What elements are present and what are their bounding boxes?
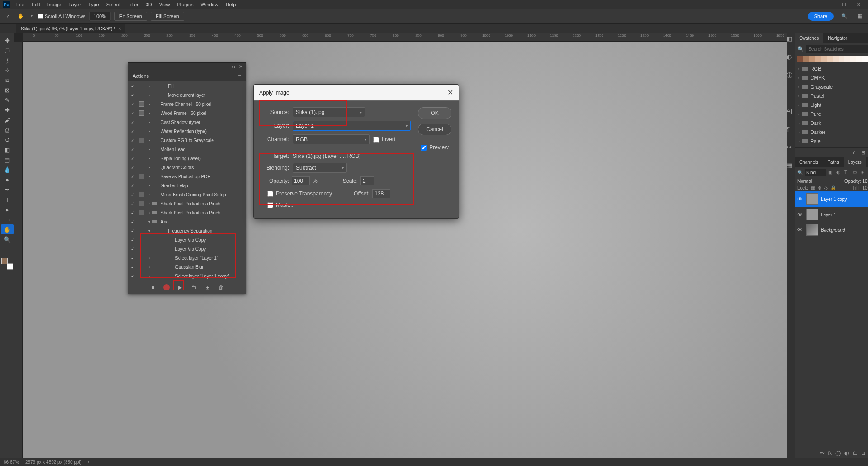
marquee-tool[interactable]: ▢ [1,45,14,55]
action-expand-icon[interactable]: › [146,138,152,143]
action-toggle[interactable]: ✓ [128,138,137,143]
channel-select[interactable]: RGB▾ [293,134,370,144]
action-toggle[interactable]: ✓ [128,84,137,89]
action-row[interactable]: ✓›Molten Lead [128,145,246,154]
swatch-color[interactable] [827,56,833,62]
new-folder-icon[interactable]: 🗀 [853,150,858,156]
blur-tool[interactable]: 💧 [1,165,14,175]
path-select-tool[interactable]: ▸ [1,204,14,214]
lock-pixels-icon[interactable]: ▦ [811,185,815,190]
adjustment-layer-icon[interactable]: ◐ [844,450,849,456]
action-expand-icon[interactable]: › [146,120,152,124]
lock-position-icon[interactable]: ✜ [818,185,821,190]
lock-artboard-icon[interactable]: ◇ [824,185,828,190]
libraries-icon[interactable]: ≣ [787,90,795,98]
action-toggle[interactable]: ✓ [128,192,137,197]
mask-checkbox[interactable]: Mask... [267,202,294,208]
layer-row[interactable]: 👁Background🔒 [795,222,868,238]
color-picker-icon[interactable]: ◧ [787,35,795,43]
layer-mask-icon[interactable]: ◯ [835,450,841,456]
action-row[interactable]: ✓›Gradient Map [128,181,246,190]
action-expand-icon[interactable]: › [146,184,152,188]
action-row[interactable]: ✓›Shark Pixel Portrait in a Pinch [128,199,246,208]
menu-file[interactable]: File [13,1,28,8]
swatch-folder[interactable]: ›Dark [797,119,868,128]
action-toggle[interactable]: ✓ [128,274,137,279]
action-row[interactable]: ✓›Quadrant Colors [128,163,246,172]
zoom-field[interactable]: 100% [89,12,111,21]
fill-screen-button[interactable]: Fill Screen [151,12,184,21]
document-tab[interactable]: Slika (1).jpg @ 66,7% (Layer 1 copy, RGB… [16,24,125,33]
action-dialog-toggle[interactable] [137,201,146,206]
swatch-folder[interactable]: ›Pure [797,109,868,119]
action-dialog-toggle[interactable] [137,192,146,197]
channels-tab[interactable]: Channels [795,157,823,167]
action-row[interactable]: ✓›Gaussian Blur [128,262,246,271]
close-tab-icon[interactable]: × [118,26,121,31]
type-tool[interactable]: T [1,195,14,204]
pen-tool[interactable]: ✒ [1,185,14,195]
record-button[interactable] [163,284,170,291]
play-button[interactable]: ▶ [176,284,184,291]
ok-button[interactable]: OK [418,107,451,119]
menu-3d[interactable]: 3D [142,1,156,8]
layer-filter-kind[interactable]: Kind [805,169,826,176]
filter-adjust-icon[interactable]: ◐ [836,170,843,176]
swatch-color[interactable] [815,56,821,62]
action-row[interactable]: ✓›Wood Frame - 50 pixel [128,109,246,118]
action-row[interactable]: ✓Layer Via Copy [128,244,246,253]
action-row[interactable]: ✓›Sepia Toning (layer) [128,154,246,163]
swatch-folder[interactable]: ›Pale [797,137,868,146]
action-toggle[interactable]: ✓ [128,228,137,233]
action-expand-icon[interactable]: › [146,274,152,278]
visibility-icon[interactable]: 👁 [797,227,804,233]
action-toggle[interactable]: ✓ [128,120,137,125]
menu-plugins[interactable]: Plugins [173,1,197,8]
menu-edit[interactable]: Edit [28,1,44,8]
action-row[interactable]: ✓›Move current layer [128,90,246,100]
action-expand-icon[interactable]: › [146,129,152,133]
new-swatch-icon[interactable]: ⊞ [861,150,865,156]
character-icon[interactable]: A| [787,108,795,116]
action-expand-icon[interactable]: › [146,202,152,206]
frame-tool[interactable]: ⊠ [1,85,14,95]
action-expand-icon[interactable]: › [146,193,152,197]
link-layers-icon[interactable]: ⚯ [820,450,824,456]
move-tool[interactable]: ✥ [1,35,14,45]
action-toggle[interactable]: ✓ [128,174,137,179]
lock-all-icon[interactable]: 🔒 [830,185,836,190]
swatch-color[interactable] [844,56,850,62]
swatch-color[interactable] [797,56,803,62]
layer-row[interactable]: 👁Layer 1 [795,207,868,222]
swatch-folder[interactable]: ›Pastel [797,91,868,100]
share-button[interactable]: Share [808,12,834,21]
fg-color-swatch[interactable] [1,258,8,264]
source-select[interactable]: Slika (1).jpg▾ [293,107,365,117]
new-layer-icon[interactable]: ⊞ [861,450,865,456]
action-toggle[interactable]: ✓ [128,165,137,170]
menu-view[interactable]: View [156,1,174,8]
close-panel-icon[interactable]: ✕ [239,64,243,70]
status-zoom[interactable]: 66,67% [4,460,19,465]
opacity-input[interactable] [292,176,310,185]
action-row[interactable]: ✓▾Ana [128,217,246,226]
workspace-icon[interactable]: ▦ [855,12,864,21]
action-row[interactable]: ✓›Save as Photoshop PDF [128,172,246,181]
action-toggle[interactable]: ✓ [128,247,137,252]
tool-presets-icon[interactable]: ✂ [787,144,795,152]
eraser-tool[interactable]: ◧ [1,145,14,155]
menu-image[interactable]: Image [44,1,65,8]
visibility-icon[interactable]: 👁 [797,196,804,202]
navigator-tab[interactable]: Navigator [823,33,852,43]
action-expand-icon[interactable]: › [146,211,152,215]
action-toggle[interactable]: ✓ [128,156,137,161]
visibility-icon[interactable]: 👁 [797,212,804,217]
menu-filter[interactable]: Filter [123,1,142,8]
swatch-color[interactable] [803,56,809,62]
swatch-color[interactable] [833,56,839,62]
action-expand-icon[interactable]: › [146,102,152,106]
layers-tab[interactable]: Layers [844,157,866,167]
dialog-close-icon[interactable]: ✕ [447,88,453,97]
stop-button[interactable]: ■ [149,284,157,291]
action-toggle[interactable]: ✓ [128,219,137,224]
